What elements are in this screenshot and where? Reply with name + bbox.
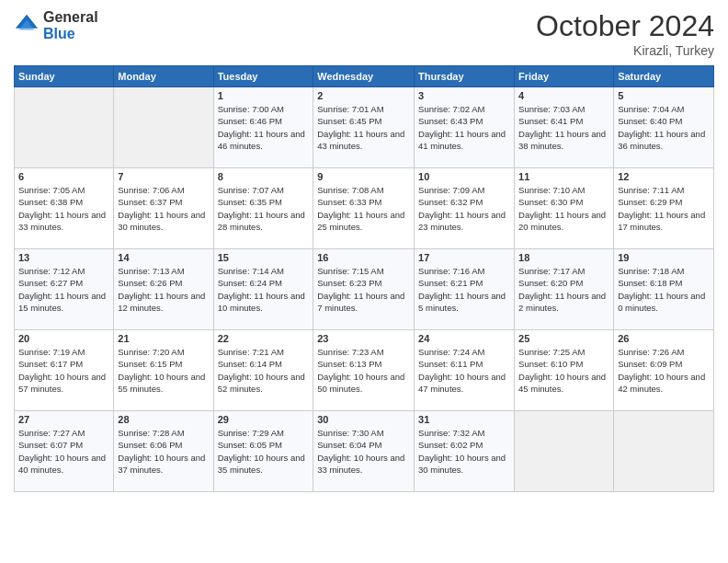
day-info: Sunrise: 7:20 AMSunset: 6:15 PMDaylight:… — [118, 346, 209, 395]
day-number: 6 — [18, 171, 109, 182]
calendar-cell-w2-d1: 7 Sunrise: 7:06 AMSunset: 6:37 PMDayligh… — [114, 168, 213, 249]
calendar-cell-w1-d2: 1 Sunrise: 7:00 AMSunset: 6:46 PMDayligh… — [213, 87, 313, 168]
calendar-cell-w5-d3: 30 Sunrise: 7:30 AMSunset: 6:04 PMDaylig… — [313, 411, 415, 492]
logo-blue: Blue — [43, 26, 98, 42]
calendar-header-row: Sunday Monday Tuesday Wednesday Thursday… — [15, 66, 714, 87]
day-number: 29 — [218, 414, 310, 425]
calendar-cell-w5-d0: 27 Sunrise: 7:27 AMSunset: 6:07 PMDaylig… — [15, 411, 114, 492]
day-number: 30 — [317, 414, 410, 425]
day-number: 11 — [518, 171, 609, 182]
day-number: 25 — [518, 333, 609, 344]
calendar-cell-w3-d1: 14 Sunrise: 7:13 AMSunset: 6:26 PMDaylig… — [114, 249, 213, 330]
week-row-4: 20 Sunrise: 7:19 AMSunset: 6:17 PMDaylig… — [15, 330, 714, 411]
day-info: Sunrise: 7:10 AMSunset: 6:30 PMDaylight:… — [518, 184, 609, 233]
calendar-cell-w2-d3: 9 Sunrise: 7:08 AMSunset: 6:33 PMDayligh… — [313, 168, 415, 249]
col-thursday: Thursday — [415, 66, 515, 87]
calendar-cell-w5-d6 — [614, 411, 714, 492]
day-number: 16 — [317, 252, 410, 263]
calendar-cell-w3-d6: 19 Sunrise: 7:18 AMSunset: 6:18 PMDaylig… — [614, 249, 714, 330]
calendar-cell-w4-d1: 21 Sunrise: 7:20 AMSunset: 6:15 PMDaylig… — [114, 330, 213, 411]
logo: General Blue — [14, 9, 98, 41]
day-number: 13 — [18, 252, 109, 263]
calendar-cell-w5-d2: 29 Sunrise: 7:29 AMSunset: 6:05 PMDaylig… — [213, 411, 313, 492]
col-monday: Monday — [114, 66, 213, 87]
day-number: 5 — [618, 90, 710, 101]
day-info: Sunrise: 7:12 AMSunset: 6:27 PMDaylight:… — [18, 265, 109, 314]
calendar-cell-w5-d1: 28 Sunrise: 7:28 AMSunset: 6:06 PMDaylig… — [114, 411, 213, 492]
header: General Blue October 2024 Kirazli, Turke… — [14, 9, 714, 58]
day-number: 8 — [218, 171, 310, 182]
day-number: 10 — [418, 171, 510, 182]
week-row-2: 6 Sunrise: 7:05 AMSunset: 6:38 PMDayligh… — [15, 168, 714, 249]
day-number: 28 — [118, 414, 209, 425]
day-info: Sunrise: 7:24 AMSunset: 6:11 PMDaylight:… — [418, 346, 510, 395]
day-info: Sunrise: 7:25 AMSunset: 6:10 PMDaylight:… — [518, 346, 609, 395]
calendar-cell-w3-d5: 18 Sunrise: 7:17 AMSunset: 6:20 PMDaylig… — [515, 249, 614, 330]
day-info: Sunrise: 7:11 AMSunset: 6:29 PMDaylight:… — [618, 184, 710, 233]
day-info: Sunrise: 7:17 AMSunset: 6:20 PMDaylight:… — [518, 265, 609, 314]
location-subtitle: Kirazli, Turkey — [536, 43, 714, 58]
logo-text: General Blue — [43, 9, 98, 41]
calendar-cell-w3-d3: 16 Sunrise: 7:15 AMSunset: 6:23 PMDaylig… — [313, 249, 415, 330]
calendar-cell-w1-d6: 5 Sunrise: 7:04 AMSunset: 6:40 PMDayligh… — [614, 87, 714, 168]
title-block: October 2024 Kirazli, Turkey — [536, 9, 714, 58]
week-row-5: 27 Sunrise: 7:27 AMSunset: 6:07 PMDaylig… — [15, 411, 714, 492]
day-number: 23 — [317, 333, 410, 344]
week-row-3: 13 Sunrise: 7:12 AMSunset: 6:27 PMDaylig… — [15, 249, 714, 330]
day-info: Sunrise: 7:28 AMSunset: 6:06 PMDaylight:… — [118, 427, 209, 476]
day-info: Sunrise: 7:02 AMSunset: 6:43 PMDaylight:… — [418, 103, 510, 152]
calendar-cell-w1-d3: 2 Sunrise: 7:01 AMSunset: 6:45 PMDayligh… — [313, 87, 415, 168]
calendar-cell-w1-d4: 3 Sunrise: 7:02 AMSunset: 6:43 PMDayligh… — [415, 87, 515, 168]
day-info: Sunrise: 7:30 AMSunset: 6:04 PMDaylight:… — [317, 427, 410, 476]
col-sunday: Sunday — [15, 66, 114, 87]
day-info: Sunrise: 7:14 AMSunset: 6:24 PMDaylight:… — [218, 265, 310, 314]
calendar-cell-w1-d5: 4 Sunrise: 7:03 AMSunset: 6:41 PMDayligh… — [515, 87, 614, 168]
calendar-cell-w2-d0: 6 Sunrise: 7:05 AMSunset: 6:38 PMDayligh… — [15, 168, 114, 249]
day-info: Sunrise: 7:13 AMSunset: 6:26 PMDaylight:… — [118, 265, 209, 314]
col-saturday: Saturday — [614, 66, 714, 87]
day-info: Sunrise: 7:16 AMSunset: 6:21 PMDaylight:… — [418, 265, 510, 314]
day-number: 27 — [18, 414, 109, 425]
day-number: 19 — [618, 252, 710, 263]
day-number: 4 — [518, 90, 609, 101]
calendar-cell-w4-d5: 25 Sunrise: 7:25 AMSunset: 6:10 PMDaylig… — [515, 330, 614, 411]
day-info: Sunrise: 7:32 AMSunset: 6:02 PMDaylight:… — [418, 427, 510, 476]
day-number: 1 — [218, 90, 310, 101]
day-info: Sunrise: 7:08 AMSunset: 6:33 PMDaylight:… — [317, 184, 410, 233]
day-info: Sunrise: 7:26 AMSunset: 6:09 PMDaylight:… — [618, 346, 710, 395]
calendar-cell-w3-d4: 17 Sunrise: 7:16 AMSunset: 6:21 PMDaylig… — [415, 249, 515, 330]
day-number: 14 — [118, 252, 209, 263]
day-info: Sunrise: 7:04 AMSunset: 6:40 PMDaylight:… — [618, 103, 710, 152]
month-title: October 2024 — [536, 9, 714, 43]
day-number: 9 — [317, 171, 410, 182]
col-friday: Friday — [515, 66, 614, 87]
calendar-cell-w1-d1 — [114, 87, 213, 168]
day-number: 20 — [18, 333, 109, 344]
day-number: 18 — [518, 252, 609, 263]
calendar-cell-w1-d0 — [15, 87, 114, 168]
day-info: Sunrise: 7:15 AMSunset: 6:23 PMDaylight:… — [317, 265, 410, 314]
day-info: Sunrise: 7:23 AMSunset: 6:13 PMDaylight:… — [317, 346, 410, 395]
day-info: Sunrise: 7:00 AMSunset: 6:46 PMDaylight:… — [218, 103, 310, 152]
page: General Blue October 2024 Kirazli, Turke… — [0, 0, 728, 563]
day-info: Sunrise: 7:09 AMSunset: 6:32 PMDaylight:… — [418, 184, 510, 233]
day-info: Sunrise: 7:07 AMSunset: 6:35 PMDaylight:… — [218, 184, 310, 233]
logo-icon — [14, 13, 40, 39]
calendar-cell-w3-d2: 15 Sunrise: 7:14 AMSunset: 6:24 PMDaylig… — [213, 249, 313, 330]
logo-general: General — [43, 9, 98, 26]
day-number: 31 — [418, 414, 510, 425]
calendar-cell-w4-d6: 26 Sunrise: 7:26 AMSunset: 6:09 PMDaylig… — [614, 330, 714, 411]
day-info: Sunrise: 7:19 AMSunset: 6:17 PMDaylight:… — [18, 346, 109, 395]
calendar-cell-w2-d2: 8 Sunrise: 7:07 AMSunset: 6:35 PMDayligh… — [213, 168, 313, 249]
calendar-cell-w2-d5: 11 Sunrise: 7:10 AMSunset: 6:30 PMDaylig… — [515, 168, 614, 249]
calendar-table: Sunday Monday Tuesday Wednesday Thursday… — [14, 65, 714, 492]
day-number: 17 — [418, 252, 510, 263]
calendar-cell-w4-d2: 22 Sunrise: 7:21 AMSunset: 6:14 PMDaylig… — [213, 330, 313, 411]
day-number: 2 — [317, 90, 410, 101]
col-wednesday: Wednesday — [313, 66, 415, 87]
calendar-cell-w4-d0: 20 Sunrise: 7:19 AMSunset: 6:17 PMDaylig… — [15, 330, 114, 411]
day-info: Sunrise: 7:06 AMSunset: 6:37 PMDaylight:… — [118, 184, 209, 233]
calendar-cell-w5-d4: 31 Sunrise: 7:32 AMSunset: 6:02 PMDaylig… — [415, 411, 515, 492]
day-info: Sunrise: 7:01 AMSunset: 6:45 PMDaylight:… — [317, 103, 410, 152]
day-info: Sunrise: 7:21 AMSunset: 6:14 PMDaylight:… — [218, 346, 310, 395]
